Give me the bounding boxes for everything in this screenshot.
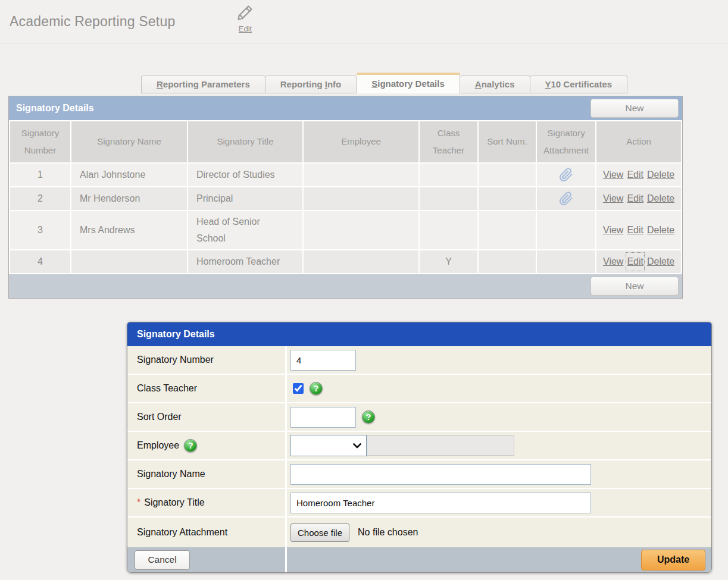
tab-y10-certificates[interactable]: Y10 Certificates [530,76,628,93]
signatory-title-cell: Homeroom Teacher [188,250,302,273]
signatory-name-cell: Alan Johnstone [71,164,187,186]
page-title: Academic Reporting Setup [10,14,175,30]
edit-link[interactable]: Edit [627,167,643,183]
sort-order-input[interactable] [290,407,356,428]
delete-link[interactable]: Delete [647,167,674,183]
form-row-sort-order: Sort Order ? [127,403,711,432]
signatory-name-label: Signatory Name [127,460,287,488]
column-header: Action [596,121,681,162]
app-header: Academic Reporting Setup Edit [0,0,728,43]
signatory-title-cell: Director of Studies [188,164,302,186]
sort-order-help-icon[interactable]: ? [362,410,375,424]
class-teacher-label: Class Teacher [127,375,287,402]
column-header: Sort Num. [479,121,536,162]
column-header: Signatory Number [10,121,70,162]
form-title: Signatory Details [137,329,215,340]
signatory-number-cell: 2 [10,187,70,210]
file-chosen-status: No file chosen [358,527,418,538]
table-header-row: Signatory NumberSignatory NameSignatory … [10,121,681,162]
employee-cell [304,211,418,249]
class-teacher-cell [420,164,477,186]
cancel-button[interactable]: Cancel [135,550,190,570]
column-header: Signatory Attachment [537,121,595,162]
table-row: 1Alan JohnstoneDirector of StudiesViewEd… [10,164,681,186]
table-row: 4Homeroom TeacherYViewEditDelete [10,250,681,273]
signatory-attachment-cell [537,211,595,249]
tab-strip: Reporting ParametersReporting InfoSignat… [141,73,627,93]
form-row-class-teacher: Class Teacher ? [127,375,711,403]
column-header: Signatory Title [188,121,302,162]
signatory-title-input[interactable] [290,493,591,513]
attachment-paperclip-icon[interactable] [559,168,573,182]
sort-num-cell [479,187,536,210]
signatory-attachment-cell [537,187,595,210]
action-cell: ViewEditDelete [596,211,681,249]
update-button[interactable]: Update [641,550,705,570]
employee-help-icon[interactable]: ? [184,439,197,452]
delete-link[interactable]: Delete [647,253,674,270]
action-cell: ViewEditDelete [596,187,681,210]
chevron-down-icon [353,443,361,449]
form-row-signatory-attachment: Signatory Attachment Choose file No file… [127,518,711,547]
employee-cell [304,164,418,186]
edit-link[interactable]: Edit [627,222,643,239]
sort-num-cell [479,250,536,273]
signatory-name-cell: Mrs Andrews [71,211,187,249]
signatory-attachment-label: Signatory Attachment [127,518,287,547]
table-titlebar: Signatory Details New [9,96,682,120]
attachment-paperclip-icon[interactable] [559,192,573,206]
view-link[interactable]: View [603,253,623,270]
edit-button[interactable]: Edit [231,4,260,33]
class-teacher-help-icon[interactable]: ? [310,382,323,395]
sort-order-label: Sort Order [127,403,287,431]
employee-select[interactable] [290,435,367,456]
signatory-number-cell: 4 [10,250,70,273]
column-header: Employee [304,121,418,162]
new-button-bottom[interactable]: New [590,277,679,296]
class-teacher-checkbox[interactable] [293,383,304,394]
tab-analytics[interactable]: Analytics [460,76,530,93]
table-title: Signatory Details [16,103,590,114]
tab-reporting-info[interactable]: Reporting Info [265,76,357,93]
edit-button-label: Edit [239,24,252,33]
table-row: 2Mr HendersonPrincipalViewEditDelete [10,187,681,210]
form-titlebar: Signatory Details [127,322,711,346]
signatory-title-label: Signatory Title [144,497,204,508]
class-teacher-cell [420,187,477,210]
signatory-form: Signatory Details Signatory Number Class… [127,322,712,573]
edit-link[interactable]: Edit [627,253,643,270]
new-button-top[interactable]: New [590,99,679,118]
form-row-signatory-name: Signatory Name [127,460,711,489]
tab-reporting-parameters[interactable]: Reporting Parameters [141,76,265,93]
delete-link[interactable]: Delete [647,190,674,207]
form-row-signatory-number: Signatory Number [127,346,711,375]
class-teacher-cell: Y [420,250,477,273]
table-grid: Signatory NumberSignatory NameSignatory … [9,120,682,274]
tab-signatory-details[interactable]: Signatory Details [357,73,460,93]
view-link[interactable]: View [603,190,623,207]
table-row: 3Mrs AndrewsHead of Senior SchoolViewEdi… [10,211,681,249]
signatory-attachment-cell [537,250,595,273]
form-footbar: Cancel Update [127,547,711,572]
signatory-name-input[interactable] [290,464,591,485]
signatory-number-input[interactable] [290,350,356,371]
form-row-signatory-title: * Signatory Title [127,489,711,518]
signatory-name-cell [71,250,187,273]
signatory-number-cell: 1 [10,164,70,186]
required-asterisk: * [137,497,140,508]
signatory-table: Signatory Details New Signatory NumberSi… [8,96,683,299]
signatory-title-cell: Head of Senior School [188,211,302,249]
employee-label: Employee [137,440,179,451]
sort-num-cell [479,211,536,249]
signatory-name-cell: Mr Henderson [71,187,187,210]
signatory-attachment-cell [537,164,595,186]
employee-name-disabled-field [367,435,514,456]
choose-file-button[interactable]: Choose file [290,523,349,542]
view-link[interactable]: View [603,222,623,239]
delete-link[interactable]: Delete [647,222,674,239]
edit-link[interactable]: Edit [627,190,643,207]
column-header: Class Teacher [420,121,477,162]
edit-pencil-icon [236,4,254,24]
form-row-employee: Employee ? [127,432,711,460]
view-link[interactable]: View [603,167,623,183]
